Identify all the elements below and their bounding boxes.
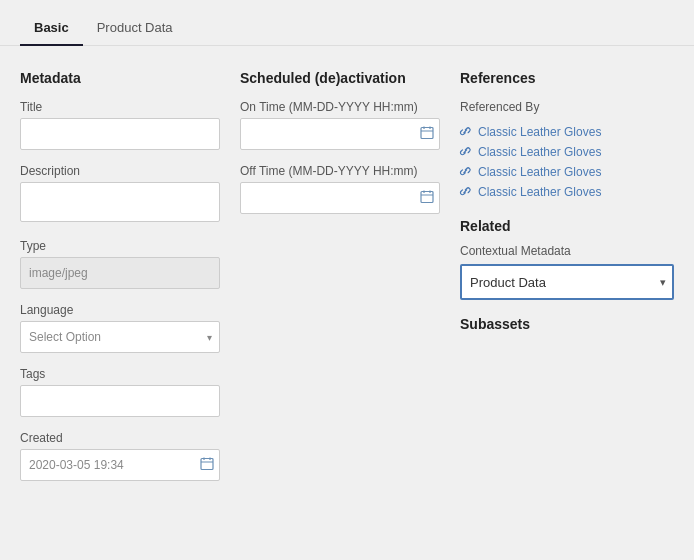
off-time-calendar-icon[interactable] (420, 190, 434, 207)
tab-product-data-label: Product Data (97, 20, 173, 35)
svg-rect-8 (421, 192, 433, 203)
tags-input[interactable] (20, 385, 220, 417)
type-field-group: Type (20, 239, 220, 289)
title-field-group: Title (20, 100, 220, 150)
tabs-bar: Basic Product Data (0, 0, 694, 46)
title-input[interactable] (20, 118, 220, 150)
subassets-title: Subassets (460, 316, 674, 332)
referenced-by-label: Referenced By (460, 100, 674, 114)
main-content: Metadata Title Description Type Language (0, 46, 694, 515)
list-item[interactable]: Classic Leather Gloves (460, 162, 674, 182)
tags-field-group: Tags (20, 367, 220, 417)
ref-item-text-3: Classic Leather Gloves (478, 165, 601, 179)
schedule-title: Scheduled (de)activation (240, 70, 440, 86)
app-container: Basic Product Data Metadata Title Descri… (0, 0, 694, 560)
contextual-select-wrapper: Product Data ▾ (460, 264, 674, 300)
on-time-label: On Time (MM-DD-YYYY HH:mm) (240, 100, 440, 114)
tab-basic[interactable]: Basic (20, 12, 83, 45)
list-item[interactable]: Classic Leather Gloves (460, 142, 674, 162)
related-title: Related (460, 218, 674, 234)
type-label: Type (20, 239, 220, 253)
on-time-input[interactable] (240, 118, 440, 150)
description-label: Description (20, 164, 220, 178)
off-time-wrapper (240, 182, 440, 214)
references-column: References Referenced By Classic Leather… (460, 70, 674, 495)
contextual-metadata-label: Contextual Metadata (460, 244, 674, 258)
ref-item-text-4: Classic Leather Gloves (478, 185, 601, 199)
schedule-column: Scheduled (de)activation On Time (MM-DD-… (240, 70, 460, 495)
type-input (20, 257, 220, 289)
link-icon-3 (457, 163, 475, 181)
link-icon-2 (457, 143, 475, 161)
ref-item-text-2: Classic Leather Gloves (478, 145, 601, 159)
created-date-wrapper (20, 449, 220, 481)
description-field-group: Description (20, 164, 220, 225)
tags-label: Tags (20, 367, 220, 381)
list-item[interactable]: Classic Leather Gloves (460, 122, 674, 142)
description-input[interactable] (20, 182, 220, 222)
link-icon-4 (457, 183, 475, 201)
language-select[interactable]: Select Option (20, 321, 220, 353)
created-date-input (20, 449, 220, 481)
tab-basic-label: Basic (34, 20, 69, 35)
on-time-calendar-icon[interactable] (420, 126, 434, 143)
language-label: Language (20, 303, 220, 317)
list-item[interactable]: Classic Leather Gloves (460, 182, 674, 202)
created-field-group: Created (20, 431, 220, 481)
on-time-field-group: On Time (MM-DD-YYYY HH:mm) (240, 100, 440, 150)
tab-product-data[interactable]: Product Data (83, 12, 187, 45)
svg-rect-0 (201, 459, 213, 470)
language-field-group: Language Select Option ▾ (20, 303, 220, 353)
referenced-by-list: Classic Leather Gloves Classic Leather G… (460, 122, 674, 202)
off-time-field-group: Off Time (MM-DD-YYYY HH:mm) (240, 164, 440, 214)
off-time-label: Off Time (MM-DD-YYYY HH:mm) (240, 164, 440, 178)
svg-rect-4 (421, 128, 433, 139)
metadata-column: Metadata Title Description Type Language (20, 70, 240, 495)
language-select-wrapper: Select Option ▾ (20, 321, 220, 353)
title-label: Title (20, 100, 220, 114)
references-title: References (460, 70, 674, 86)
on-time-wrapper (240, 118, 440, 150)
created-calendar-icon[interactable] (200, 457, 214, 474)
ref-item-text-1: Classic Leather Gloves (478, 125, 601, 139)
created-label: Created (20, 431, 220, 445)
link-icon-1 (457, 123, 475, 141)
metadata-title: Metadata (20, 70, 220, 86)
contextual-metadata-select[interactable]: Product Data (460, 264, 674, 300)
off-time-input[interactable] (240, 182, 440, 214)
